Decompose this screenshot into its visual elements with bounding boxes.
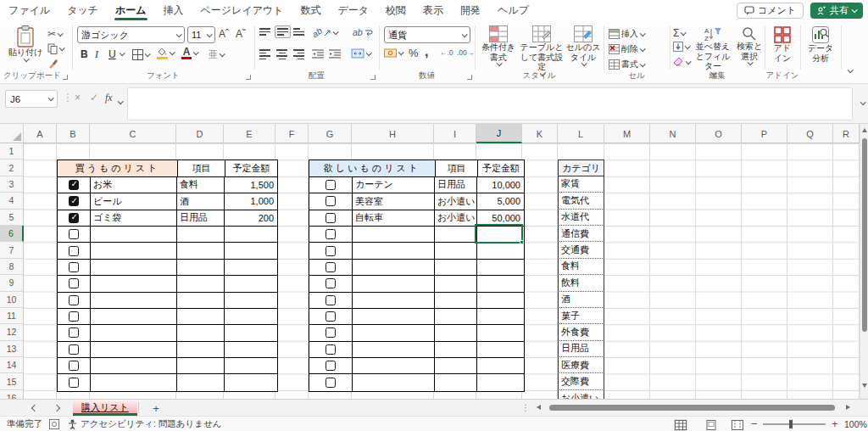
selected-cell-J6[interactable] [475,224,523,243]
item-amount-cell[interactable]: 1,000 [225,193,276,209]
row-header-12[interactable]: 12 [0,324,23,340]
category-item-cell[interactable]: 日用品 [558,341,604,357]
checkbox-cell[interactable] [309,342,353,357]
item-amount-cell[interactable] [225,276,276,291]
enter-button[interactable]: ✓ [90,92,98,104]
item-amount-cell[interactable] [477,309,523,324]
item-amount-cell[interactable]: 1,500 [225,177,276,193]
decrease-indent-button[interactable] [312,49,324,59]
item-amount-cell[interactable] [477,276,523,291]
align-center-button[interactable] [276,49,287,59]
align-right-button[interactable] [293,49,304,59]
fx-dropdown[interactable] [118,95,122,107]
row-header-2[interactable]: 2 [0,160,23,176]
column-header-H[interactable]: H [352,124,434,143]
column-header-K[interactable]: K [522,124,558,143]
column-header-J[interactable]: J [476,124,522,143]
category-item-cell[interactable]: 食料 [558,259,604,275]
category-item-cell[interactable]: 電気代 [558,193,604,209]
increase-decimal-button[interactable]: ←.0 [440,48,453,57]
column-header-M[interactable]: M [604,124,650,143]
item-name-cell[interactable] [91,358,177,373]
checkbox-cell[interactable] [58,210,91,226]
checkbox-cell[interactable] [58,358,91,373]
clipboard-dialog-launcher[interactable] [63,75,68,80]
scroll-right-icon[interactable] [846,405,850,410]
checkbox-cell[interactable] [58,342,91,357]
item-category-cell[interactable]: 酒 [177,193,225,209]
font-color-button[interactable]: A [181,47,198,59]
item-category-cell[interactable] [177,342,225,357]
item-amount-cell[interactable] [225,325,276,340]
checkbox-unchecked[interactable] [69,378,79,388]
column-header-B[interactable]: B [57,124,90,143]
category-item-cell[interactable]: 飲料 [558,275,604,291]
item-category-cell[interactable] [435,243,477,258]
item-amount-cell[interactable] [477,325,523,340]
format-painter-button[interactable] [47,59,58,69]
comma-style-button[interactable]: , [425,44,428,59]
insert-function-button[interactable]: fx [105,92,113,104]
scroll-down-icon[interactable] [862,383,867,388]
item-name-cell[interactable] [353,276,435,291]
checkbox-unchecked[interactable] [69,246,79,256]
item-amount-cell[interactable] [225,260,276,275]
checkbox-unchecked[interactable] [69,262,79,272]
insert-cells-button[interactable]: 挿入 [609,28,644,40]
cancel-button[interactable]: × [75,92,81,104]
item-amount-cell[interactable] [477,260,523,275]
item-category-cell[interactable]: 日用品 [177,210,225,226]
column-header-Q[interactable]: Q [787,124,833,143]
checkbox-unchecked[interactable] [326,378,336,388]
align-left-button[interactable] [259,49,270,59]
accounting-format-button[interactable] [384,48,403,59]
fill-handle[interactable] [520,240,524,244]
column-header-C[interactable]: C [90,124,176,143]
checkbox-unchecked[interactable] [69,327,79,338]
new-sheet-button[interactable]: + [149,401,163,415]
menu-tab-表示[interactable]: 表示 [415,0,452,21]
checkbox-unchecked[interactable] [326,229,336,239]
category-header-cell[interactable]: カテゴリ [558,160,604,176]
fill-button[interactable] [673,42,689,52]
checkbox-checked[interactable] [69,180,79,190]
item-category-cell[interactable]: 日用品 [435,177,477,193]
zoom-slider-thumb[interactable] [789,420,793,428]
checkbox-unchecked[interactable] [326,196,336,206]
item-name-cell[interactable] [91,243,177,258]
font-size-select[interactable]: 11 [187,26,215,43]
category-item-cell[interactable]: 外食費 [558,324,604,340]
menu-tab-ホーム[interactable]: ホーム [107,0,155,21]
category-item-cell[interactable]: 水道代 [558,210,604,226]
category-item-cell[interactable]: 菓子 [558,308,604,324]
item-amount-cell[interactable]: 200 [225,210,276,226]
checkbox-unchecked[interactable] [69,278,79,288]
row-header-15[interactable]: 15 [0,373,23,389]
checkbox-cell[interactable] [58,260,91,275]
cut-button[interactable]: ✂ [47,28,62,40]
shrink-font-button[interactable]: Aˇ [236,28,246,40]
prev-sheet-icon[interactable] [31,405,38,411]
borders-button[interactable] [132,49,149,60]
checkbox-unchecked[interactable] [326,213,336,223]
item-name-cell[interactable] [91,227,177,242]
column-header-A[interactable]: A [24,124,57,143]
category-item-cell[interactable]: 家賃 [558,176,604,193]
row-header-7[interactable]: 7 [0,242,23,258]
item-category-cell[interactable]: お小遣い [435,193,477,209]
row-header-4[interactable]: 4 [0,193,23,209]
checkbox-cell[interactable] [58,309,91,324]
item-category-cell[interactable]: お小遣い [435,210,477,226]
amount-header-cell[interactable]: 予定金額 [478,160,524,176]
column-header-O[interactable]: O [696,124,742,143]
item-category-cell[interactable] [177,325,225,340]
checkbox-cell[interactable] [58,293,91,308]
item-amount-cell[interactable]: 10,000 [477,177,523,193]
checkbox-unchecked[interactable] [326,262,336,272]
item-name-cell[interactable]: 美容室 [353,193,435,209]
item-category-cell[interactable] [435,293,477,308]
row-header-14[interactable]: 14 [0,357,23,373]
row-header-11[interactable]: 11 [0,308,23,324]
underline-dropdown[interactable] [120,52,124,56]
column-header-D[interactable]: D [176,124,224,143]
